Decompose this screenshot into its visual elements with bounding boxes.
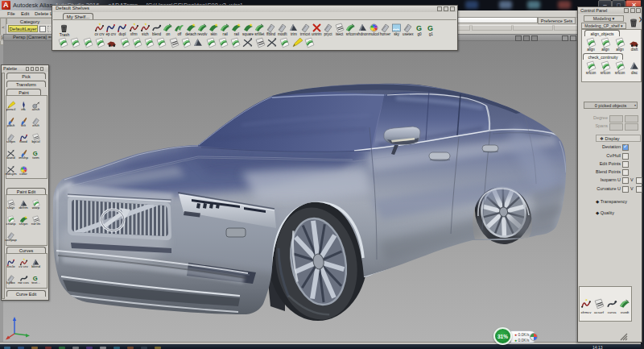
- svg-text:G: G: [427, 24, 433, 32]
- svg-text:G: G: [416, 24, 422, 32]
